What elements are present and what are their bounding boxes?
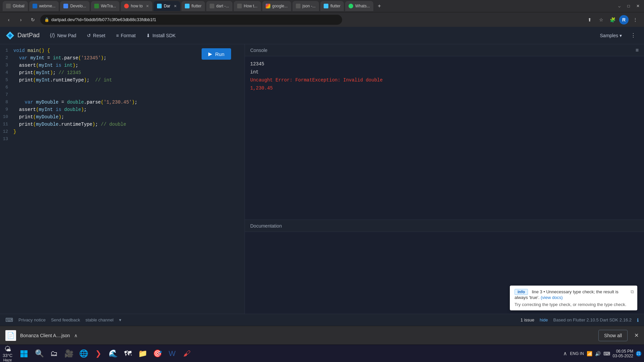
info-tooltip-line1: info line 3 • Unnecessary type check; th… — [515, 289, 633, 300]
taskbar-explorer-button[interactable]: 📁 — [136, 346, 149, 361]
tab-label: How t... — [244, 4, 258, 8]
profile-button[interactable]: R — [619, 15, 629, 24]
copy-icon[interactable]: ⧉ — [631, 289, 634, 295]
tab-flutter2[interactable]: flutter — [320, 1, 344, 11]
address-bar: ‹ › ↻ 🔒 dartpad.dev/?id=5bddb5fb077c3f0e… — [0, 12, 644, 27]
tab-flutter1[interactable]: flutter — [181, 1, 205, 11]
minimize-button[interactable]: ⌵ — [616, 3, 623, 9]
output-line-3: Uncaught Error: FormatException: Invalid… — [250, 76, 639, 84]
browser-toolbar-right: ⬆ ☆ 🧩 R ⋮ — [585, 15, 640, 24]
tab-label: Global — [13, 4, 24, 8]
send-feedback-link[interactable]: Send feedback — [51, 317, 80, 322]
tab-label: dart -... — [216, 4, 229, 8]
weather-desc: Haze — [3, 358, 12, 362]
taskbar-search-button[interactable]: 🔍 — [33, 346, 46, 361]
more-options-button[interactable]: ⋮ — [631, 15, 640, 24]
new-pad-button[interactable]: ⟨/⟩ New Pad — [45, 30, 81, 41]
title-bar: Global webme... Develo... WeTra... how t… — [0, 0, 644, 12]
back-button[interactable]: ‹ — [4, 15, 13, 24]
show-all-button[interactable]: Show all — [598, 330, 628, 341]
dartpad-logo-text: DartPad — [17, 32, 40, 39]
tab-label: json -... — [303, 4, 316, 8]
taskbar-video-button[interactable]: 🎥 — [62, 346, 75, 361]
output-line-2: int — [250, 68, 639, 76]
console-output: 12345 int Uncaught Error: FormatExceptio… — [245, 56, 644, 220]
view-docs-link[interactable]: (view docs) — [541, 295, 563, 300]
taskbar-edge-button[interactable]: 🌊 — [106, 346, 120, 361]
install-sdk-button[interactable]: ⬇ Install SDK — [142, 31, 180, 40]
taskbar-dart-button[interactable]: 🎯 — [151, 346, 164, 361]
documentation-header: Documentation — [245, 220, 644, 232]
code-line-13: 13 — [0, 135, 245, 143]
more-menu-button[interactable]: ⋮ — [628, 30, 639, 41]
tab-howt[interactable]: How t... — [234, 1, 261, 11]
download-close-button[interactable]: ✕ — [634, 332, 639, 339]
run-button-area: ▶ Run — [199, 48, 231, 60]
chevron-up-icon[interactable]: ∧ — [563, 350, 567, 357]
close-button[interactable]: ✕ — [635, 3, 641, 9]
url-text: dartpad.dev/?id=5bddb5fb077c3f0e63db88c3… — [51, 17, 156, 22]
taskbar-maps-button[interactable]: 🗺 — [121, 346, 135, 361]
tab-dart-dash[interactable]: dart -... — [206, 1, 232, 11]
close-tab-icon[interactable]: ✕ — [146, 4, 149, 8]
format-button[interactable]: ≡ Format — [111, 31, 141, 40]
tab-label: flutter — [192, 4, 202, 8]
tab-develo[interactable]: Develo... — [60, 1, 89, 11]
start-button[interactable] — [16, 346, 31, 361]
close-tab-icon[interactable]: ✕ — [174, 4, 177, 8]
maximize-button[interactable]: □ — [625, 3, 632, 9]
share-button[interactable]: ⬆ — [585, 15, 594, 24]
code-line-8: 8 var myDouble = double.parse('1,230.45'… — [0, 99, 245, 106]
url-bar[interactable]: 🔒 dartpad.dev/?id=5bddb5fb077c3f0e63db88… — [40, 15, 342, 25]
hide-issues-link[interactable]: hide — [540, 317, 548, 322]
download-bar: 📄 Bonanza Client A....json ∧ Show all ✕ — [0, 326, 644, 345]
run-button[interactable]: ▶ Run — [202, 48, 231, 60]
tab-global[interactable]: Global — [3, 1, 28, 11]
tab-favicon — [266, 4, 270, 8]
tab-favicon — [157, 4, 162, 8]
tab-favicon — [210, 4, 214, 8]
tab-google[interactable]: google... — [262, 1, 291, 11]
samples-button[interactable]: Samples ▾ — [595, 31, 627, 40]
code-line-4: 4 print(myInt); // 12345 — [0, 69, 245, 76]
extensions-button[interactable]: 🧩 — [608, 15, 617, 24]
tab-webme[interactable]: webme... — [29, 1, 59, 11]
status-bar: ⌨ Privacy notice Send feedback stable ch… — [0, 314, 644, 326]
taskbar-word-button[interactable]: W — [165, 346, 179, 361]
sdk-info-icon[interactable]: ℹ — [637, 317, 639, 323]
code-line-3: 3 assert(myInt is int); — [0, 62, 245, 69]
samples-chevron-icon: ▾ — [620, 33, 622, 38]
taskbar-code-button[interactable]: ❯ — [92, 346, 105, 361]
console-menu-icon[interactable]: ≡ — [636, 47, 639, 53]
run-icon: ▶ — [208, 51, 212, 57]
tab-howto[interactable]: how to ✕ — [121, 1, 152, 11]
taskbar-files-button[interactable]: 🗂 — [47, 346, 61, 361]
volume-icon: 🔊 — [595, 351, 601, 356]
tab-json[interactable]: json -... — [292, 1, 319, 11]
tab-label: WeTra... — [101, 4, 116, 8]
new-tab-button[interactable]: + — [375, 1, 384, 11]
tab-favicon — [296, 4, 301, 8]
channel-selector[interactable]: stable channel — [86, 317, 114, 322]
tab-wetra[interactable]: WeTra... — [91, 1, 119, 11]
taskbar-chrome-button[interactable]: 🌐 — [77, 346, 90, 361]
code-line-6: 6 — [0, 84, 245, 91]
console-title: Console — [250, 48, 267, 53]
download-chevron-icon[interactable]: ∧ — [74, 333, 77, 338]
taskbar-paint-button[interactable]: 🖌 — [180, 346, 194, 361]
tab-label: flutter — [330, 4, 340, 8]
reset-button[interactable]: ↺ Reset — [82, 31, 110, 40]
privacy-notice-link[interactable]: Privacy notice — [18, 317, 46, 322]
forward-button[interactable]: › — [16, 15, 25, 24]
bookmark-button[interactable]: ☆ — [596, 15, 606, 24]
notification-badge[interactable]: 21 — [636, 351, 641, 356]
reload-button[interactable]: ↻ — [28, 15, 38, 24]
new-pad-icon: ⟨/⟩ — [50, 32, 55, 39]
output-line-1: 12345 — [250, 60, 639, 68]
dartpad-logo: DartPad — [5, 31, 40, 40]
documentation-title: Documentation — [250, 223, 282, 229]
tab-whats[interactable]: Whats... — [345, 1, 373, 11]
tab-favicon — [6, 4, 11, 8]
code-editor[interactable]: 1 void main() { 2 var myInt = int.parse(… — [0, 44, 245, 314]
tab-dartpad[interactable]: Dar ✕ — [154, 1, 180, 11]
